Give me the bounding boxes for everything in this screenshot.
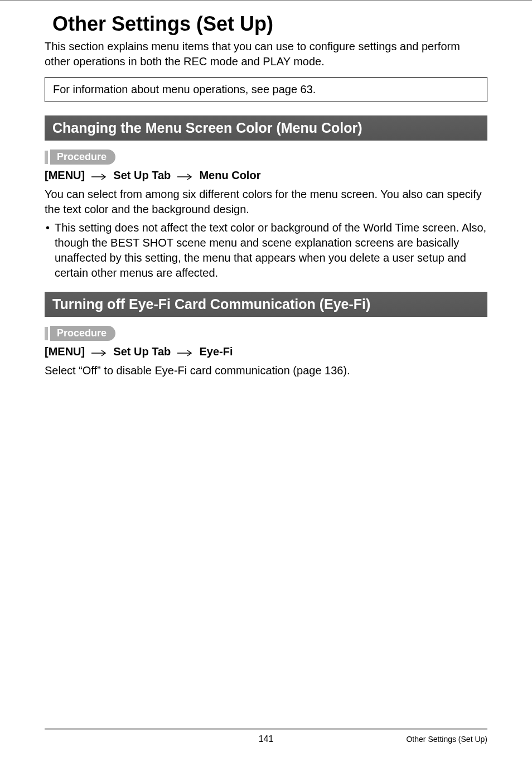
breadcrumb-menu-color: [MENU] Set Up Tab Menu Color — [45, 169, 487, 182]
bullet-note: • This setting does not affect the text … — [45, 220, 487, 281]
breadcrumb-eye-fi: [MENU] Set Up Tab Eye-Fi — [45, 345, 487, 359]
footer-divider — [45, 728, 487, 730]
breadcrumb-part: [MENU] — [45, 345, 85, 358]
page-title: Other Settings (Set Up) — [52, 12, 487, 36]
procedure-marker: Procedure — [45, 150, 487, 165]
section-body: Select “Off” to disable Eye-Fi card comm… — [45, 363, 487, 378]
bullet-text: This setting does not affect the text co… — [55, 220, 487, 281]
procedure-bar-icon — [45, 327, 48, 340]
footer-section-title: Other Settings (Set Up) — [406, 735, 487, 744]
bullet-dot-icon: • — [45, 220, 55, 281]
section-body: You can select from among six different … — [45, 187, 487, 217]
procedure-label: Procedure — [50, 150, 115, 165]
section-heading-eye-fi: Turning off Eye-Fi Card Communication (E… — [45, 292, 487, 317]
breadcrumb-part: Set Up Tab — [113, 169, 171, 181]
arrow-right-icon — [91, 170, 107, 182]
section-heading-menu-color: Changing the Menu Screen Color (Menu Col… — [45, 115, 487, 141]
breadcrumb-part: Set Up Tab — [113, 345, 171, 358]
breadcrumb-part: Eye-Fi — [199, 345, 233, 358]
procedure-label: Procedure — [50, 326, 115, 341]
procedure-bar-icon — [45, 151, 48, 164]
arrow-right-icon — [177, 170, 193, 182]
page-root: Other Settings (Set Up) This section exp… — [0, 0, 532, 757]
content-area: Other Settings (Set Up) This section exp… — [0, 0, 532, 378]
breadcrumb-part: Menu Color — [199, 169, 260, 181]
arrow-right-icon — [91, 346, 107, 359]
page-footer: 141 Other Settings (Set Up) — [45, 728, 487, 744]
page-number: 141 — [259, 734, 274, 744]
breadcrumb-part: [MENU] — [45, 169, 85, 181]
arrow-right-icon — [177, 346, 193, 359]
footer-row: 141 Other Settings (Set Up) — [45, 735, 487, 744]
intro-text: This section explains menu items that yo… — [45, 39, 487, 69]
procedure-marker: Procedure — [45, 326, 487, 341]
info-box: For information about menu operations, s… — [45, 77, 487, 102]
